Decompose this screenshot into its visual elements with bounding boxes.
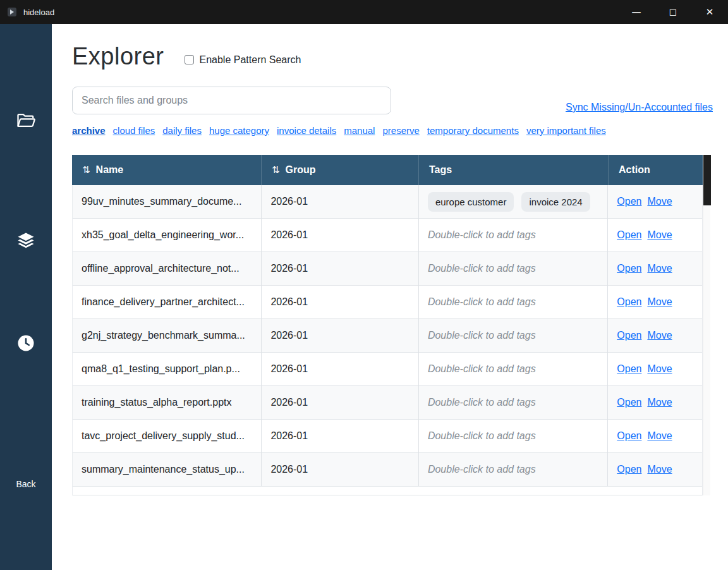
- move-link[interactable]: Move: [647, 430, 672, 442]
- sidebar-item-history[interactable]: [0, 334, 52, 355]
- file-group: 2026-01: [262, 286, 419, 318]
- open-link[interactable]: Open: [617, 196, 641, 207]
- category-link-archive[interactable]: archive: [72, 125, 106, 136]
- open-link[interactable]: Open: [617, 464, 641, 475]
- titlebar: hideload — □ ✕: [0, 0, 728, 24]
- column-label-action: Action: [619, 164, 650, 176]
- table-row: g2nj_strategy_benchmark_summa...2026-01D…: [73, 319, 702, 353]
- table-body: 99uv_minutes_summary_docume...2026-01eur…: [72, 185, 703, 487]
- category-link-cloud-files[interactable]: cloud files: [113, 125, 155, 136]
- file-group: 2026-01: [262, 453, 419, 486]
- tag-badge[interactable]: europe customer: [428, 192, 514, 212]
- sidebar-item-groups[interactable]: [0, 231, 52, 253]
- tags-placeholder: Double-click to add tags: [428, 229, 536, 241]
- column-header-group[interactable]: ⇅ Group: [262, 155, 419, 185]
- tags-placeholder: Double-click to add tags: [428, 330, 536, 341]
- move-link[interactable]: Move: [647, 229, 672, 241]
- file-name: 99uv_minutes_summary_docume...: [73, 185, 262, 218]
- move-link[interactable]: Move: [647, 263, 672, 274]
- table-row: offline_approval_architecture_not...2026…: [73, 252, 702, 286]
- category-link-preserve[interactable]: preserve: [382, 125, 419, 136]
- table-row: tavc_project_delivery_supply_stud...2026…: [73, 420, 702, 453]
- table-header: ⇅ Name ⇅ Group Tags Action: [72, 155, 703, 185]
- file-group: 2026-01: [262, 185, 419, 218]
- tags-placeholder: Double-click to add tags: [428, 296, 536, 308]
- tags-cell[interactable]: europe customerinvoice 2024: [419, 185, 608, 218]
- move-link[interactable]: Move: [647, 464, 672, 475]
- tags-cell[interactable]: Double-click to add tags: [419, 453, 608, 486]
- category-link-invoice-details[interactable]: invoice details: [277, 125, 336, 136]
- file-group: 2026-01: [262, 420, 419, 452]
- sidebar-item-files[interactable]: [0, 111, 52, 133]
- open-link[interactable]: Open: [617, 397, 641, 408]
- table-scrollbar[interactable]: [703, 155, 710, 495]
- tag-badge[interactable]: invoice 2024: [521, 192, 590, 212]
- file-group: 2026-01: [262, 319, 419, 352]
- tags-cell[interactable]: Double-click to add tags: [419, 386, 608, 419]
- file-name: training_status_alpha_report.pptx: [73, 386, 262, 419]
- category-link-temporary-documents[interactable]: temporary documents: [427, 125, 519, 136]
- clock-icon: [16, 334, 35, 355]
- move-link[interactable]: Move: [647, 363, 672, 375]
- tags-placeholder: Double-click to add tags: [428, 263, 536, 274]
- pattern-search-checkbox[interactable]: [185, 55, 194, 64]
- pattern-search-toggle[interactable]: Enable Pattern Search: [185, 54, 301, 66]
- back-button[interactable]: Back: [0, 479, 52, 489]
- open-link[interactable]: Open: [617, 430, 641, 442]
- action-cell: OpenMove: [608, 420, 702, 452]
- action-cell: OpenMove: [608, 319, 702, 352]
- open-link[interactable]: Open: [617, 363, 641, 375]
- column-header-tags: Tags: [419, 155, 609, 185]
- action-cell: OpenMove: [608, 219, 702, 252]
- open-link[interactable]: Open: [617, 330, 641, 341]
- category-link-daily-files[interactable]: daily files: [162, 125, 202, 136]
- table-row: 99uv_minutes_summary_docume...2026-01eur…: [73, 185, 702, 219]
- tags-cell[interactable]: Double-click to add tags: [419, 353, 608, 385]
- table-row: summary_maintenance_status_up...2026-01D…: [73, 453, 702, 487]
- file-name: tavc_project_delivery_supply_stud...: [73, 420, 262, 452]
- move-link[interactable]: Move: [647, 296, 672, 308]
- app-icon: [6, 6, 18, 18]
- category-link-manual[interactable]: manual: [344, 125, 375, 136]
- tags-placeholder: Double-click to add tags: [428, 430, 536, 442]
- move-link[interactable]: Move: [647, 397, 672, 408]
- file-name: xh35_goal_delta_engineering_wor...: [73, 219, 262, 252]
- column-header-action: Action: [609, 155, 703, 185]
- scrollbar-thumb[interactable]: [703, 155, 711, 205]
- column-header-name[interactable]: ⇅ Name: [72, 155, 262, 185]
- column-label-group: Group: [286, 164, 316, 176]
- file-group: 2026-01: [262, 219, 419, 252]
- main-content: Explorer Enable Pattern Search Sync Miss…: [52, 24, 728, 570]
- tags-cell[interactable]: Double-click to add tags: [419, 252, 608, 285]
- sort-icon[interactable]: ⇅: [82, 164, 90, 176]
- open-link[interactable]: Open: [617, 229, 641, 241]
- open-link[interactable]: Open: [617, 263, 641, 274]
- layers-icon: [16, 231, 35, 253]
- sync-missing-link[interactable]: Sync Missing/Un-Accounted files: [566, 102, 713, 113]
- minimize-button[interactable]: —: [618, 0, 655, 24]
- sort-icon[interactable]: ⇅: [272, 164, 280, 176]
- table-row: qma8_q1_testing_support_plan.p...2026-01…: [73, 353, 702, 386]
- open-link[interactable]: Open: [617, 296, 641, 308]
- move-link[interactable]: Move: [647, 330, 672, 341]
- tags-cell[interactable]: Double-click to add tags: [419, 319, 608, 352]
- page-title: Explorer: [72, 43, 164, 70]
- table-row: finance_delivery_partner_architect...202…: [73, 286, 702, 319]
- move-link[interactable]: Move: [647, 196, 672, 207]
- file-name: g2nj_strategy_benchmark_summa...: [73, 319, 262, 352]
- category-link-huge-category[interactable]: huge category: [209, 125, 269, 136]
- app-title: hideload: [23, 8, 54, 17]
- category-link-very-important-files[interactable]: very important files: [526, 125, 606, 136]
- files-table: ⇅ Name ⇅ Group Tags Action: [72, 155, 710, 495]
- category-links: archivecloud filesdaily fileshuge catego…: [72, 125, 713, 136]
- tags-cell[interactable]: Double-click to add tags: [419, 420, 608, 452]
- action-cell: OpenMove: [608, 185, 702, 218]
- close-button[interactable]: ✕: [691, 0, 728, 24]
- search-input[interactable]: [72, 87, 391, 114]
- tags-cell[interactable]: Double-click to add tags: [419, 286, 608, 318]
- open-folder-icon: [16, 111, 35, 133]
- maximize-button[interactable]: □: [655, 0, 691, 24]
- tags-cell[interactable]: Double-click to add tags: [419, 219, 608, 252]
- app-window: hideload — □ ✕: [0, 0, 728, 570]
- file-group: 2026-01: [262, 386, 419, 419]
